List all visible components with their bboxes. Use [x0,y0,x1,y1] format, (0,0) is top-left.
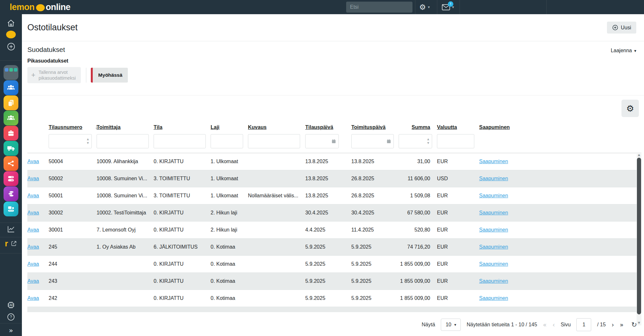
sidebar-lemonsoft-external-button[interactable]: r [0,239,22,248]
sidebar-app-tools[interactable] [0,126,22,141]
open-order-link[interactable]: Avaa [27,244,39,250]
arrival-link[interactable]: Saapuminen [479,210,508,215]
cell-sum: 520,80 [399,227,432,233]
filter-laji-input[interactable] [211,134,243,148]
sidebar-help-button[interactable]: ? [0,313,22,321]
sidebar-app-hr[interactable] [0,111,22,125]
sidebar-app-logistics[interactable] [0,141,22,156]
column-header-kuvaus[interactable]: Kuvaus [248,124,305,130]
number-spinner[interactable]: ▲▼ [87,138,89,144]
global-search-input[interactable] [346,2,412,13]
open-order-link[interactable]: Avaa [27,159,39,164]
cell-status: 0. KIRJATTU [154,295,211,301]
sidebar-divider [0,60,22,61]
cell-order-number: 243 [49,278,97,284]
next-page-button[interactable]: › [611,321,614,328]
sidebar-app-documents[interactable] [0,95,22,110]
open-order-link[interactable]: Avaa [27,210,39,215]
sidebar-ai-assistant-button[interactable]: AI [0,301,22,310]
cell-order-date: 5.9.2025 [305,244,351,250]
cell-description: Nollamääräiset välis... [248,193,305,199]
cell-sum: 31,00 [399,159,432,164]
app-logo[interactable]: lemon online [10,2,71,12]
page-title: Ostotilaukset [27,23,78,33]
refresh-icon[interactable]: ↻ [631,321,637,329]
current-page-input[interactable] [576,318,591,331]
column-header-tilauspaiva[interactable]: Tilauspäivä [305,124,351,130]
arrival-link[interactable]: Saapuminen [479,227,508,232]
lemon-shortcut-button[interactable] [0,31,22,38]
last-page-button[interactable]: » [620,321,624,328]
page-size-select[interactable]: 10 ▾ [441,319,461,331]
scroll-up-icon[interactable]: ▲ [637,153,641,156]
page-label: Sivu [561,322,571,328]
settings-menu-button[interactable]: ⚙ ▾ [419,0,430,14]
cell-order-number: 242 [49,295,97,301]
scroll-down-icon[interactable]: ▼ [637,321,641,324]
filter-tilausnumero-input[interactable] [49,134,92,148]
cell-status: 0. KIRJATTU [154,278,211,284]
open-order-link[interactable]: Avaa [27,227,39,232]
sidebar-app-suite-active[interactable] [0,65,22,80]
column-header-summa[interactable]: Summa [399,124,432,130]
calendar-icon[interactable] [331,139,336,144]
scrollbar-thumb[interactable] [637,158,641,314]
expand-filters-label: Laajenna [611,48,632,54]
home-button[interactable] [0,19,22,27]
open-order-link[interactable]: Avaa [27,261,39,267]
cell-sum: 1 855 009,00 [399,295,432,301]
cell-status: 0. KIRJATTU [154,261,211,267]
open-order-link[interactable]: Avaa [27,295,39,301]
arrival-link[interactable]: Saapuminen [479,261,508,267]
arrival-link[interactable]: Saapuminen [479,176,508,181]
arrival-link[interactable]: Saapuminen [479,193,508,198]
reports-chart-icon [7,225,15,233]
column-header-tila[interactable]: Tila [154,124,211,130]
previous-page-button[interactable]: ‹ [553,321,555,328]
number-spinner[interactable]: ▲▼ [427,138,429,144]
column-header-laji[interactable]: Laji [211,124,248,130]
arrival-link[interactable]: Saapuminen [479,278,508,284]
save-quick-filter-button[interactable]: + Tallenna arvot pikasuodattimeksi [27,67,81,83]
filter-tila-input[interactable] [154,134,206,148]
sidebar-app-registers[interactable] [0,171,22,186]
sidebar-app-production[interactable] [0,202,22,216]
arrival-link[interactable]: Saapuminen [479,159,508,164]
open-order-link[interactable]: Avaa [27,193,39,198]
expand-filters-button[interactable]: Laajenna ▾ [611,48,636,54]
cell-type: 0. Kotimaa [211,278,248,284]
filter-toimittaja-input[interactable] [97,134,149,148]
sidebar-app-crm[interactable] [0,80,22,95]
first-page-button[interactable]: « [543,321,547,328]
add-button[interactable] [0,42,22,51]
arrival-link[interactable]: Saapuminen [479,295,508,301]
sidebar-reports-button[interactable] [0,225,22,233]
quick-filter-late-button[interactable]: Myöhässä [91,68,128,83]
calendar-icon[interactable] [386,139,391,144]
sidebar-app-finance[interactable] [0,186,22,201]
sidebar-app-workflow[interactable] [0,156,22,171]
sidebar: r AI ? » [0,14,22,336]
column-header-toimittaja[interactable]: Toimittaja [97,124,154,130]
sidebar-expand-button[interactable]: » [0,326,22,334]
new-order-button[interactable]: Uusi [607,22,636,34]
people-blue-app-icon [4,80,18,95]
cell-order-number: 50001 [49,193,97,199]
cell-type: 2. Hikun laji [211,227,248,233]
messages-menu-button[interactable]: ! ▾ [442,0,454,14]
table-header-row: Tilausnumero↓ Toimittaja Tila Laji Kuvau… [27,122,639,130]
open-order-link[interactable]: Avaa [27,176,39,181]
table-scrollbar[interactable]: ▲ ▼ [637,152,641,325]
column-header-toimituspaiva[interactable]: Toimituspäivä [351,124,399,130]
cell-currency: EUR [432,210,474,216]
filter-kuvaus-input[interactable] [248,134,300,148]
table-settings-button[interactable]: ⚙ [621,100,639,117]
arrival-link[interactable]: Saapuminen [479,244,508,250]
column-header-valuutta[interactable]: Valuutta [432,124,474,130]
gear-icon: ⚙ [419,4,426,11]
column-header-tilausnumero[interactable]: Tilausnumero↓ [49,124,97,130]
cell-status: 0. KIRJATTU [154,227,211,233]
filter-valuutta-input[interactable] [437,134,474,148]
open-order-link[interactable]: Avaa [27,278,39,284]
column-header-saapuminen[interactable]: Saapuminen [474,124,639,130]
